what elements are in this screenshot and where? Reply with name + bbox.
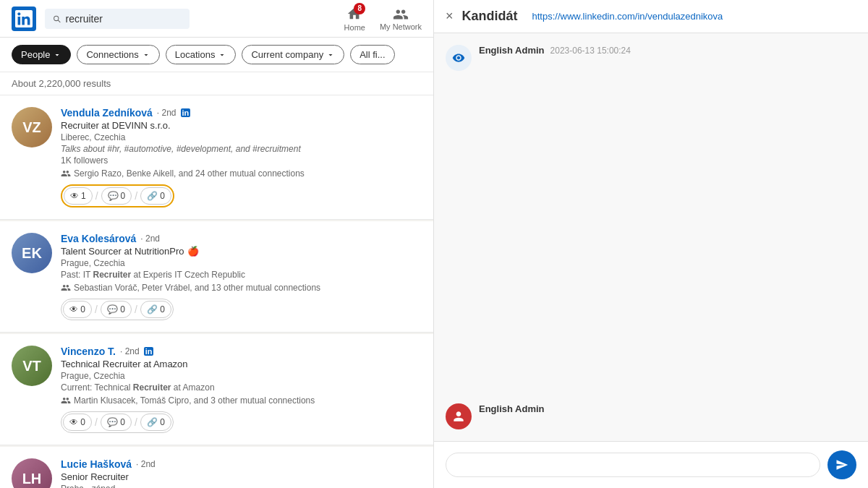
person-followers: 1K followers [61,155,422,166]
degree-badge: · 2nd [140,234,160,244]
person-location: Praha - západ [61,484,422,488]
chat-spacer [446,82,856,392]
person-info: Lucie Hašková · 2nd Senior Recruiter Pra… [61,458,422,488]
action-btn-link[interactable]: 🔗 0 [140,301,171,318]
person-location: Prague, Czechia [61,371,422,381]
close-button[interactable]: × [446,9,454,24]
filter-all[interactable]: All fi... [350,45,394,64]
person-name[interactable]: Eva Kolesárová · 2nd [61,233,422,244]
table-row: EK Eva Kolesárová · 2nd Talent Sourcer a… [0,221,433,333]
action-btn-link[interactable]: 🔗 0 [140,414,171,431]
person-title: Recruiter at DEVINN s.r.o. [61,120,422,131]
person-location: Liberec, Czechia [61,132,422,142]
person-info: Vincenzo T. · 2nd in Technical Recruiter… [61,346,422,433]
person-title: Technical Recruiter at Amazon [61,359,422,369]
system-avatar [446,45,472,71]
linkedin-badge: in [181,108,191,117]
nav-home[interactable]: 8 Home [344,6,365,32]
action-btn-view[interactable]: 👁1 [64,187,93,205]
home-badge: 8 [354,3,365,14]
user-msg-content: English Admin [479,403,545,417]
filters-bar: People Connections Locations Current com… [0,38,433,72]
candidate-url[interactable]: https://www.linkedin.com/in/vendulazedni… [532,11,723,22]
action-btn-msg[interactable]: 💬 0 [101,414,132,431]
degree-badge: · 2nd [120,346,140,356]
user-name: English Admin [479,403,545,414]
filter-locations[interactable]: Locations [166,45,237,64]
degree-badge: · 2nd [136,459,156,469]
table-row: LH Lucie Hašková · 2nd Senior Recruiter … [0,447,433,488]
person-name[interactable]: Vincenzo T. · 2nd in [61,346,422,357]
home-label: Home [344,23,365,32]
linkedin-badge: in [144,347,154,356]
current-label: Current: Technical Recruiter at Amazon [61,382,422,393]
person-name[interactable]: Vendula Zedníková · 2nd in [61,107,422,119]
mutual-connections: Sebastian Voráč, Peter Vrábel, and 13 ot… [61,283,422,293]
user-avatar [446,403,472,429]
mynetwork-label: My Network [380,22,422,31]
person-info: Vendula Zedníková · 2nd in Recruiter at … [61,107,422,207]
system-timestamp: 2023-06-13 15:00:24 [550,46,631,56]
action-row: 👁 0 / 💬 0 / 🔗 0 [61,299,174,320]
action-btn-view[interactable]: 👁 0 [63,414,92,431]
avatar: EK [12,233,52,273]
avatar: LH [12,458,52,488]
action-btn-link[interactable]: 🔗0 [140,187,171,205]
mutual-connections: Martin Klusacek, Tomáš Cipro, and 3 othe… [61,395,422,406]
search-icon [52,14,61,24]
mutual-connections: Sergio Razo, Benke Aikell, and 24 other … [61,168,422,179]
nav-mynetwork[interactable]: My Network [380,7,422,31]
navbar: 8 Home My Network [0,0,433,38]
person-info: Eva Kolesárová · 2nd Talent Sourcer at N… [61,233,422,320]
nav-items: 8 Home My Network [344,6,422,32]
avatar: VZ [12,107,52,147]
action-row-highlighted: 👁1 / 💬0 / 🔗0 [61,184,174,207]
search-input[interactable] [66,13,182,25]
table-row: VZ Vendula Zedníková · 2nd in Recruiter … [0,95,433,220]
person-name[interactable]: Lucie Hašková · 2nd [61,458,422,470]
candidate-title: Kandidát [462,9,518,24]
past-label: Past: IT Recruiter at Experis IT Czech R… [61,270,422,280]
system-username: English Admin [479,45,545,56]
chat-input[interactable] [446,453,820,477]
action-btn-view[interactable]: 👁 0 [63,301,92,318]
avatar: VT [12,346,52,386]
results-list: VZ Vendula Zedníková · 2nd in Recruiter … [0,95,433,488]
action-btn-msg[interactable]: 💬 0 [101,301,132,318]
left-panel: 8 Home My Network People Connections Loc… [0,0,434,488]
filter-company[interactable]: Current company [242,45,344,64]
system-msg-content: English Admin 2023-06-13 15:00:24 [479,45,631,56]
degree-badge: · 2nd [157,108,176,118]
action-btn-msg[interactable]: 💬0 [101,187,132,205]
linkedin-logo [12,7,36,31]
user-message-row: English Admin [446,403,856,429]
person-talks: Talks about #hr, #automotive, #developme… [61,144,422,154]
table-row: VT Vincenzo T. · 2nd in Technical Recrui… [0,334,433,445]
search-box[interactable] [45,9,190,29]
candidate-header: × Kandidát https://www.linkedin.com/in/v… [434,0,868,33]
right-panel: × Kandidát https://www.linkedin.com/in/v… [434,0,868,488]
action-row: 👁 0 / 💬 0 / 🔗 0 [61,411,174,433]
filter-people[interactable]: People [12,45,71,64]
chat-area: English Admin 2023-06-13 15:00:24 Englis… [434,33,868,441]
chat-input-area [434,441,868,488]
results-count: About 2,220,000 results [0,72,433,95]
person-title: Talent Sourcer at NutritionPro 🍎 [61,246,422,257]
filter-connections[interactable]: Connections [77,45,159,64]
send-button[interactable] [827,450,856,479]
person-location: Prague, Czechia [61,258,422,268]
system-message-row: English Admin 2023-06-13 15:00:24 [446,45,856,71]
person-title: Senior Recruiter [61,471,422,482]
